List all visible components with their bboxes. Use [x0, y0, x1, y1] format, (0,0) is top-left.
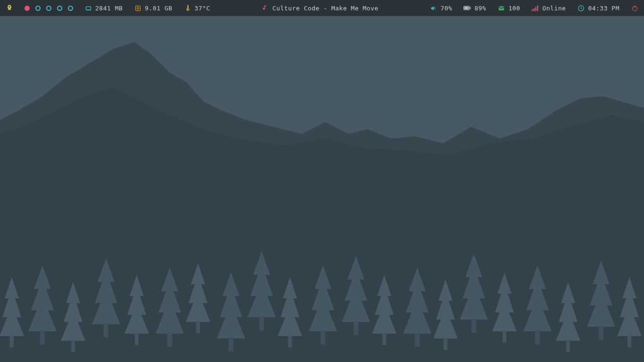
svg-rect-11: [537, 5, 538, 11]
bar-spacer-left: [216, 0, 256, 16]
svg-rect-5: [464, 7, 469, 9]
disk-icon: [134, 4, 141, 12]
workspace-dots: [25, 6, 73, 11]
svg-rect-10: [535, 7, 536, 11]
volume-widget[interactable]: 70%: [424, 0, 458, 16]
rocket-icon: [6, 4, 13, 12]
power-button[interactable]: [625, 0, 644, 16]
now-playing-title: Culture Code - Make Me Move: [272, 5, 379, 12]
svg-rect-9: [534, 8, 535, 11]
svg-rect-0: [86, 7, 91, 9]
temperature-widget[interactable]: 37°C: [178, 0, 216, 16]
workspace-5[interactable]: [68, 6, 73, 11]
svg-rect-6: [470, 7, 471, 9]
status-bar: 2841 MB 9.01 GB 37°C Culture Code - Make…: [0, 0, 644, 16]
mail-count: 100: [508, 5, 520, 12]
workspace-switcher: [19, 0, 79, 16]
music-note-icon: [262, 4, 269, 12]
memory-value: 2841 MB: [95, 5, 123, 12]
clock-time: 04:33 PM: [588, 5, 619, 12]
workspace-4[interactable]: [57, 6, 62, 11]
clock-icon: [577, 4, 585, 12]
signal-icon: [531, 4, 539, 12]
svg-rect-1: [135, 6, 140, 10]
workspace-3[interactable]: [46, 6, 51, 11]
volume-value: 70%: [440, 5, 452, 12]
battery-value: 89%: [474, 5, 486, 12]
mail-icon: [497, 4, 505, 12]
mail-widget[interactable]: 100: [492, 0, 526, 16]
clock-widget[interactable]: 04:33 PM: [571, 0, 625, 16]
svg-point-2: [137, 7, 139, 9]
memory-icon: [84, 4, 92, 12]
battery-icon: [463, 4, 471, 12]
memory-widget[interactable]: 2841 MB: [79, 0, 128, 16]
workspace-1[interactable]: [25, 6, 30, 11]
battery-widget[interactable]: 89%: [458, 0, 492, 16]
desktop-wallpaper: [0, 16, 644, 362]
network-widget[interactable]: Online: [526, 0, 571, 16]
svg-rect-8: [532, 9, 533, 11]
temperature-value: 37°C: [195, 5, 210, 12]
launcher-button[interactable]: [0, 0, 19, 16]
bar-spacer-right: [384, 0, 424, 16]
volume-icon: [429, 4, 437, 12]
power-icon: [631, 4, 638, 12]
wallpaper-trees: [0, 239, 644, 362]
thermometer-icon: [184, 4, 191, 12]
disk-widget[interactable]: 9.01 GB: [128, 0, 178, 16]
workspace-2[interactable]: [35, 6, 41, 11]
now-playing-widget[interactable]: Culture Code - Make Me Move: [256, 0, 384, 16]
network-status: Online: [542, 5, 566, 12]
disk-value: 9.01 GB: [145, 5, 172, 12]
svg-point-3: [187, 9, 188, 10]
